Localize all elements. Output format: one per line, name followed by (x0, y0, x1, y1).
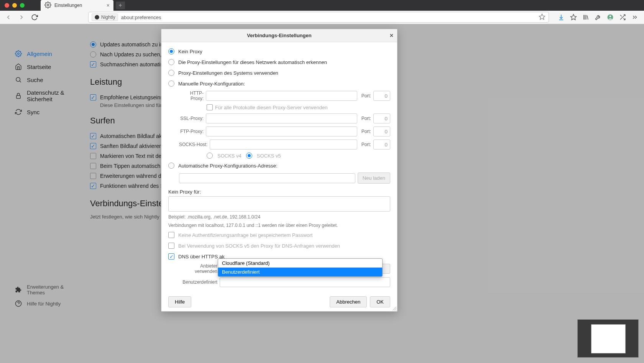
toolbar-actions (555, 13, 641, 21)
browser-tab[interactable]: Einstellungen × (41, 0, 113, 11)
pip-thumbnail[interactable] (577, 319, 639, 358)
svg-point-10 (610, 16, 611, 18)
radio-system-proxy[interactable] (168, 70, 174, 76)
window-titlebar: Einstellungen × + (0, 0, 644, 11)
close-window-button[interactable] (5, 3, 9, 8)
downloads-icon[interactable] (557, 13, 565, 21)
svg-marker-2 (539, 14, 545, 19)
reload-pac-button[interactable]: Neu laden (358, 172, 390, 184)
ftp-proxy-input[interactable] (206, 126, 357, 136)
dialog-footer: Hilfe Abbrechen OK (161, 292, 397, 311)
dialog-title: Verbindungs-Einstellungen (247, 33, 311, 38)
overflow-icon[interactable] (631, 13, 639, 21)
identity-badge[interactable]: Nightly (92, 13, 118, 21)
svg-line-22 (396, 310, 396, 310)
avatar-icon[interactable] (606, 13, 614, 21)
socks-port-input[interactable] (373, 140, 390, 149)
url-bar[interactable]: Nightly about:preferences (88, 12, 549, 23)
back-button[interactable] (3, 12, 14, 23)
wrench-icon[interactable] (594, 13, 602, 21)
checkbox-no-auth-prompt[interactable] (168, 232, 174, 238)
custom-label: Benutzerdefiniert (179, 279, 217, 285)
svg-marker-4 (571, 15, 577, 20)
ok-button[interactable]: OK (370, 296, 390, 307)
example-text: Beispiel: .mozilla.org, .net.de, 192.168… (168, 213, 390, 221)
close-tab-button[interactable]: × (107, 2, 110, 8)
maximize-window-button[interactable] (20, 3, 25, 8)
checkbox-doh-enable[interactable]: ✓ (168, 253, 174, 260)
books-icon[interactable] (582, 13, 590, 21)
socks-host-label: SOCKS-Host: (179, 142, 207, 147)
dialog-header: Verbindungs-Einstellungen × (161, 29, 397, 42)
localhost-note: Verbindungen mit localhost, 127.0.0.1 un… (168, 221, 390, 230)
library-icon[interactable] (570, 13, 577, 21)
no-proxy-for-label: Kein Proxy für: (168, 185, 390, 196)
bookmark-star-icon[interactable] (539, 13, 545, 21)
svg-point-0 (47, 4, 49, 6)
svg-line-8 (587, 16, 588, 20)
svg-line-13 (620, 15, 622, 16)
http-proxy-input[interactable] (206, 91, 357, 101)
ftp-proxy-label: FTP-Proxy: (179, 129, 204, 134)
forward-button[interactable] (16, 12, 27, 23)
no-proxy-for-textarea[interactable] (168, 196, 390, 212)
custom-doh-input[interactable] (220, 277, 390, 287)
tab-title: Einstellungen (54, 3, 82, 8)
radio-manual-proxy[interactable] (168, 80, 174, 87)
http-proxy-label: HTTP-Proxy: (179, 90, 204, 101)
dialog-close-button[interactable]: × (390, 32, 393, 39)
cancel-button[interactable]: Abbrechen (330, 296, 367, 307)
radio-auto-config[interactable] (168, 163, 174, 169)
traffic-lights (0, 3, 29, 8)
ftp-port-input[interactable] (373, 126, 390, 136)
radio-socks5[interactable] (246, 153, 252, 159)
select-option-custom[interactable]: Benutzerdefiniert (218, 268, 382, 276)
radio-auto-detect[interactable] (168, 59, 174, 65)
checkbox-socks-dns[interactable] (168, 243, 174, 249)
ssl-port-input[interactable] (373, 113, 390, 123)
url-text: about:preferences (121, 15, 161, 20)
shuffle-icon[interactable] (619, 13, 626, 21)
navigation-toolbar: Nightly about:preferences (0, 11, 644, 24)
checkbox-use-for-all[interactable] (207, 104, 213, 110)
reload-button[interactable] (29, 12, 40, 23)
http-port-input[interactable] (373, 91, 390, 101)
socks-host-input[interactable] (210, 140, 357, 149)
radio-socks4[interactable] (207, 153, 213, 159)
select-option-cloudflare[interactable]: Cloudflare (Standard) (218, 259, 382, 268)
resize-grip-icon[interactable] (392, 306, 396, 310)
svg-point-1 (95, 15, 99, 20)
provider-select-popup: Cloudflare (Standard) Benutzerdefiniert (218, 258, 383, 277)
minimize-window-button[interactable] (12, 3, 17, 8)
radio-no-proxy[interactable] (168, 48, 174, 54)
help-button[interactable]: Hilfe (168, 296, 191, 307)
provider-label: Anbieter verwenden (179, 263, 217, 274)
auto-config-url-input[interactable] (179, 173, 355, 183)
new-tab-button[interactable]: + (116, 2, 125, 9)
ssl-proxy-label: SSL-Proxy: (179, 116, 204, 121)
gear-icon (44, 2, 51, 10)
ssl-proxy-input[interactable] (206, 113, 357, 123)
